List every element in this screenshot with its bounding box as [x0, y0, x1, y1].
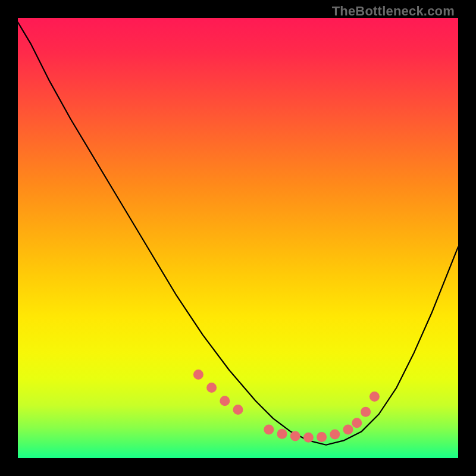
- highlight-point: [193, 369, 203, 380]
- highlight-point: [290, 431, 300, 441]
- overlay-svg: [18, 18, 458, 458]
- watermark-label: TheBottleneck.com: [332, 4, 455, 19]
- highlight-point: [220, 396, 230, 406]
- highlight-point: [330, 430, 340, 440]
- highlight-point: [317, 432, 327, 442]
- highlight-point: [343, 424, 353, 434]
- highlight-point: [352, 418, 362, 428]
- highlight-point: [233, 405, 243, 415]
- chart-canvas: TheBottleneck.com: [0, 0, 476, 476]
- highlight-point: [361, 407, 371, 417]
- highlight-point: [277, 429, 287, 439]
- highlight-point: [369, 392, 380, 402]
- highlight-point: [303, 433, 314, 443]
- highlight-point: [206, 383, 217, 393]
- plot-area: [18, 18, 458, 458]
- highlight-point: [264, 424, 274, 434]
- bottleneck-curve: [18, 22, 458, 444]
